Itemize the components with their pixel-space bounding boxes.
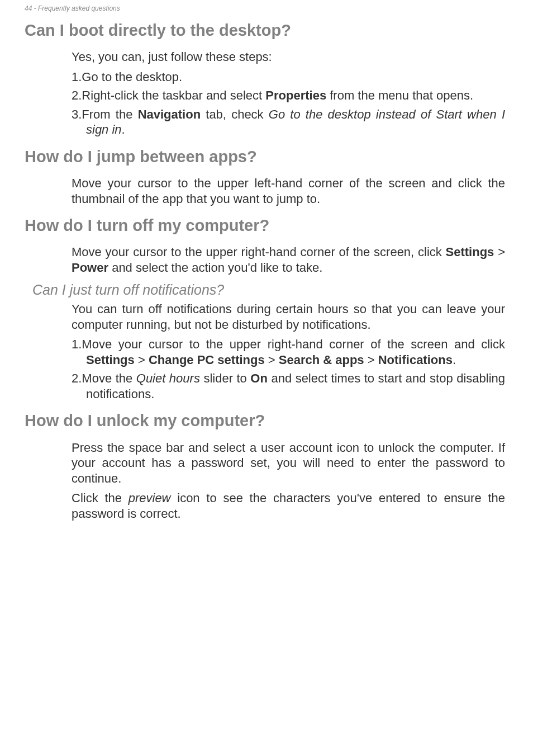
body-paragraph: Press the space bar and select a user ac… bbox=[72, 440, 505, 486]
body-paragraph: You can turn off notifications during ce… bbox=[72, 301, 505, 332]
heading-jump-apps: How do I jump between apps? bbox=[25, 147, 508, 167]
list-item: 3.From the Navigation tab, check Go to t… bbox=[72, 107, 505, 138]
section-notifications-body: You can turn off notifications during ce… bbox=[72, 301, 505, 401]
section-jump-apps-body: Move your cursor to the upper left-hand … bbox=[72, 176, 505, 206]
list-item: 1.Go to the desktop. bbox=[72, 69, 505, 85]
list-item: 2.Move the Quiet hours slider to On and … bbox=[72, 371, 505, 401]
list-item: 2.Right-click the taskbar and select Pro… bbox=[72, 88, 505, 103]
document-page: 44 - Frequently asked questions Can I bo… bbox=[0, 0, 533, 756]
body-paragraph: Move your cursor to the upper left-hand … bbox=[72, 176, 505, 206]
subheading-notifications: Can I just turn off notifications? bbox=[32, 282, 508, 298]
heading-unlock: How do I unlock my computer? bbox=[25, 410, 508, 431]
section-boot-desktop-body: Yes, you can, just follow these steps: 1… bbox=[72, 49, 505, 138]
page-header: 44 - Frequently asked questions bbox=[25, 4, 508, 12]
heading-turn-off: How do I turn off my computer? bbox=[25, 215, 508, 235]
heading-boot-desktop: Can I boot directly to the desktop? bbox=[25, 20, 508, 40]
section-unlock-body: Press the space bar and select a user ac… bbox=[72, 440, 505, 522]
steps-notifications: 1.Move your cursor to the upper right-ha… bbox=[72, 337, 505, 401]
steps-boot-desktop: 1.Go to the desktop. 2.Right-click the t… bbox=[72, 69, 505, 138]
intro-text: Yes, you can, just follow these steps: bbox=[72, 49, 505, 65]
body-paragraph: Move your cursor to the upper right-hand… bbox=[72, 244, 505, 275]
body-paragraph: Click the preview icon to see the charac… bbox=[72, 490, 505, 521]
section-turn-off-body: Move your cursor to the upper right-hand… bbox=[72, 244, 505, 275]
list-item: 1.Move your cursor to the upper right-ha… bbox=[72, 337, 505, 367]
